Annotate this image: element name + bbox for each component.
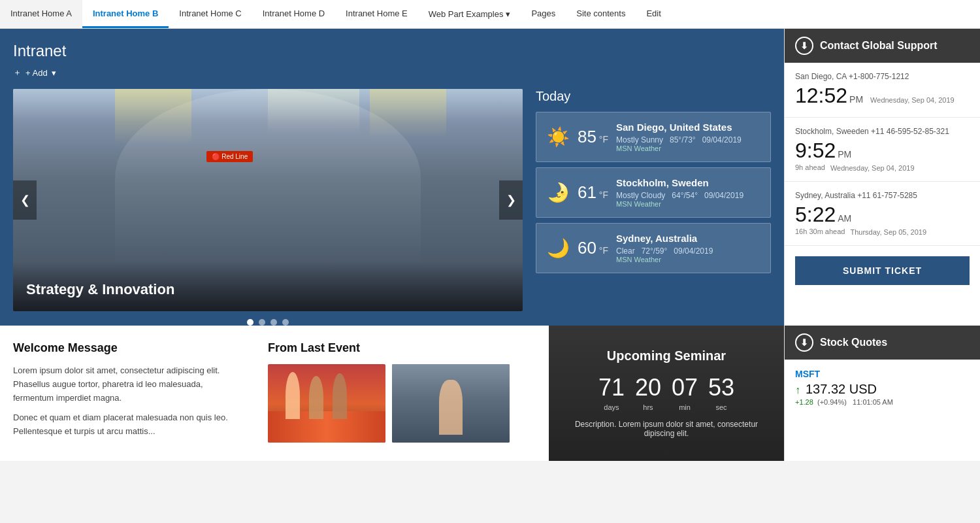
clock-stockholm: Stockholm, Sweeden +11 46-595-52-85-321 … [785,118,980,182]
welcome-text: Lorem ipsum dolor sit amet, consectetur … [13,364,242,439]
events-title: From Last Event [268,341,536,355]
stock-price-row: ↑ 137.32 USD [795,382,970,397]
nav-item-home-b[interactable]: Intranet Home B [82,0,169,28]
stock-item-msft: MSFT ↑ 137.32 USD +1.28 (+0.94%) 11:01:0… [785,360,980,415]
runner-image [392,364,510,443]
carousel-overlay: Strategy & Innovation [13,262,523,311]
countdown-minutes: 07 min [672,374,698,412]
events-images [268,364,536,443]
weather-temp-sandiego: 85 °F [578,127,608,147]
page-title: Intranet [13,42,771,60]
today-title: Today [536,89,771,104]
plus-icon: ＋ [13,67,22,78]
seminar-overlay: Upcoming Seminar 71 days 20 hrs [549,326,784,461]
right-sidebar: ⬇ Contact Global Support San Diego, CA +… [784,29,980,326]
seminar-section: Upcoming Seminar 71 days 20 hrs [549,326,784,461]
carousel-wrapper: 🔴 Red Line Strategy & Innovation ❮ ❯ [13,89,523,326]
chevron-down-icon: ▾ [506,9,510,19]
today-column: Today ☀️ 85 °F San Diego, United States [536,89,771,326]
bottom-row: Welcome Message Lorem ipsum dolor sit am… [0,326,980,461]
nav-item-pages[interactable]: Pages [521,0,566,28]
nav-item-home-c[interactable]: Intranet Home C [169,0,252,28]
seminar-title: Upcoming Seminar [607,348,726,363]
event-image-1 [268,364,385,443]
weather-icon-cloudy: 🌛 [547,182,570,203]
countdown-timer: 71 days 20 hrs 07 min [598,374,734,412]
carousel-dot-4[interactable] [282,319,289,326]
welcome-title: Welcome Message [13,341,242,355]
carousel-caption: Strategy & Innovation [26,281,510,298]
seminar-description: Description. Lorem ipsum dolor sit amet,… [562,420,771,438]
weather-icon-sunny: ☀️ [547,126,570,148]
nav-item-home-e[interactable]: Intranet Home E [335,0,418,28]
bottom-main: Welcome Message Lorem ipsum dolor sit am… [0,326,784,461]
nav-item-edit[interactable]: Edit [636,0,671,28]
nav-item-site-contents[interactable]: Site contents [566,0,636,28]
weather-info-stockholm: Stockholm, Sweden Mostly Cloudy 64°/54° … [616,177,760,208]
weather-temp-sydney: 60 °F [578,238,608,258]
nav-item-home-a[interactable]: Intranet Home A [0,0,82,28]
carousel-dots [13,319,523,326]
clock-sydney: Sydney, Australia +11 61-757-5285 5:22 A… [785,182,980,246]
event-image-2 [392,364,510,443]
carousel-next-button[interactable]: ❯ [499,180,523,220]
navigation-bar: Intranet Home A Intranet Home B Intranet… [0,0,980,29]
clock-sandiego: San Diego, CA +1-800-775-1212 12:52 PM W… [785,63,980,118]
stock-widget: ⬇ Stock Quotes MSFT ↑ 137.32 USD +1.28 (… [784,326,980,461]
stock-change-row: +1.28 (+0.94%) 11:01:05 AM [795,398,970,406]
nav-item-home-d[interactable]: Intranet Home D [252,0,335,28]
stock-download-icon: ⬇ [795,333,813,352]
stock-widget-title: Stock Quotes [820,337,887,348]
clock-time-sydney: 5:22 AM [795,203,970,227]
weather-icon-clear: 🌙 [547,237,570,259]
support-widget-title: Contact Global Support [820,40,938,52]
carousel: 🔴 Red Line Strategy & Innovation ❮ ❯ [13,89,523,311]
weather-card-sandiego: ☀️ 85 °F San Diego, United States Mostly… [536,112,771,162]
carousel-dot-3[interactable] [270,319,277,326]
nav-web-part-examples[interactable]: Web Part Examples ▾ [418,0,521,29]
events-section: From Last Event [255,326,549,461]
up-arrow-icon: ↑ [795,384,800,396]
stock-widget-header: ⬇ Stock Quotes [785,326,980,360]
countdown-seconds: 53 sec [708,374,734,412]
welcome-section: Welcome Message Lorem ipsum dolor sit am… [0,326,255,461]
submit-ticket-button[interactable]: SUBMIT TICKET [795,256,970,285]
chevron-down-icon: ▾ [52,68,56,78]
add-button[interactable]: ＋ + Add ▾ [13,67,56,78]
weather-card-sydney: 🌙 60 °F Sydney, Australia Clear 72°/59° [536,223,771,273]
clock-time-stockholm: 9:52 PM [795,139,970,163]
page-layout: Intranet ＋ + Add ▾ [0,29,980,461]
weather-info-sandiego: San Diego, United States Mostly Sunny 85… [616,122,760,152]
clock-time-sandiego: 12:52 PM Wednesday, Sep 04, 2019 [795,84,970,108]
countdown-hours: 20 hrs [635,374,661,412]
carousel-dot-1[interactable] [247,319,253,326]
support-widget-header: ⬇ Contact Global Support [785,29,980,63]
download-icon: ⬇ [795,37,813,55]
countdown-days: 71 days [598,374,625,412]
carousel-dot-2[interactable] [259,319,265,326]
weather-info-sydney: Sydney, Australia Clear 72°/59° 09/04/20… [616,233,760,263]
top-row: Intranet ＋ + Add ▾ [0,29,980,326]
weather-card-stockholm: 🌛 61 °F Stockholm, Sweden Mostly Cloudy … [536,167,771,218]
weather-temp-stockholm: 61 °F [578,182,608,203]
main-columns: 🔴 Red Line Strategy & Innovation ❮ ❯ [13,89,771,326]
main-area: Intranet ＋ + Add ▾ [0,29,784,326]
track-image [268,364,385,443]
carousel-prev-button[interactable]: ❮ [13,180,37,220]
